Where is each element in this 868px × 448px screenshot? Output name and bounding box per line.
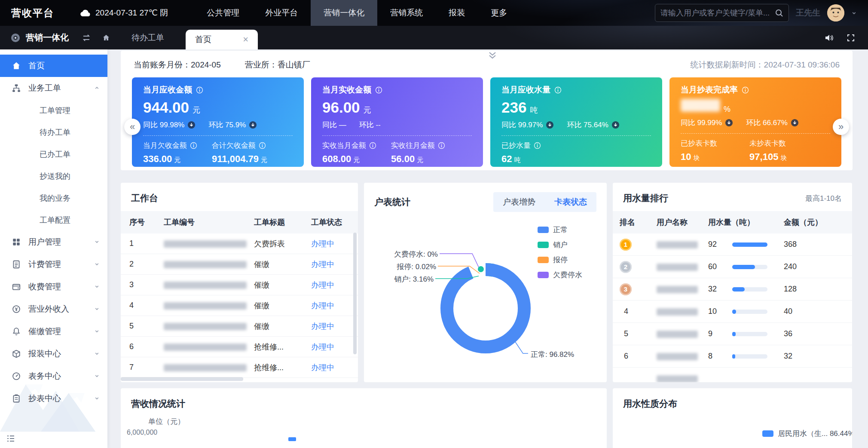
footer-metric: 实收当月金额608.00元: [322, 141, 391, 165]
topnav-item[interactable]: 公共管理: [194, 0, 252, 26]
ranking-row-partial: [613, 368, 852, 382]
sidebar-item[interactable]: 收费管理: [0, 276, 107, 298]
ranking-row[interactable]: 260240: [613, 256, 852, 278]
footer-metric-value: 608.00元: [322, 153, 391, 165]
sidebar-item[interactable]: 抄表中心: [0, 387, 107, 410]
sidebar-item[interactable]: 业务工单: [0, 77, 107, 99]
ranking-row[interactable]: 332128: [613, 278, 852, 301]
meter-tab[interactable]: 户表增势: [493, 192, 545, 212]
sidebar-subitem[interactable]: 已办工单: [0, 143, 107, 165]
legend-item[interactable]: 欠费停水: [538, 267, 582, 282]
water-nature-title: 用水性质分布: [623, 398, 677, 410]
table-row[interactable]: 2催缴办理中: [121, 254, 358, 275]
status-link[interactable]: 办理中: [311, 281, 334, 289]
menu-collapse-icon[interactable]: [6, 434, 15, 443]
legend-item[interactable]: 销户: [538, 237, 582, 252]
ranking-title: 用水量排行: [623, 192, 668, 204]
sidebar-item[interactable]: 首页: [0, 55, 107, 77]
footer-metric: 未抄表卡数97,105块: [749, 138, 818, 163]
table-row[interactable]: 7抢维修...办理中: [121, 357, 358, 378]
close-icon[interactable]: ×: [243, 35, 248, 44]
sound-icon[interactable]: [824, 34, 834, 42]
ranking-panel: 用水量排行 最高1-10名 排名用户名称用水量（吨）金额（元） 19236826…: [613, 183, 852, 382]
sidebar-item[interactable]: 计费管理: [0, 253, 107, 276]
table-row[interactable]: 5催缴办理中: [121, 316, 358, 337]
meter-tab[interactable]: 卡表状态: [545, 192, 596, 212]
row-seq: 5: [129, 322, 164, 331]
tab-item[interactable]: 待办工单: [119, 26, 176, 49]
app-title: 营销一体化: [26, 32, 69, 43]
fullscreen-icon[interactable]: [847, 34, 855, 42]
ranking-row[interactable]: 6832: [613, 345, 852, 368]
tabbar-actions: [824, 34, 868, 42]
stat-card-footer: 已抄水量62吨: [501, 141, 651, 165]
table-row[interactable]: 4催缴办理中: [121, 295, 358, 316]
tab-active[interactable]: 首页×: [186, 30, 258, 49]
ranking-row[interactable]: 41040: [613, 301, 852, 323]
search-icon[interactable]: [775, 9, 783, 17]
status-link[interactable]: 办理中: [311, 343, 334, 351]
status-link[interactable]: 办理中: [311, 260, 334, 269]
user-name-redacted: [657, 329, 708, 338]
status-link[interactable]: 办理中: [311, 322, 334, 331]
status-link[interactable]: 办理中: [311, 239, 334, 248]
legend-item[interactable]: 报停: [538, 252, 582, 267]
rank-cell: 5: [620, 329, 657, 338]
topnav-item[interactable]: 更多: [478, 0, 520, 26]
stat-card-title: 当月应收金额: [143, 84, 192, 95]
collapse-summary-button[interactable]: [483, 51, 502, 60]
sidebar-item[interactable]: 报装中心: [0, 343, 107, 365]
sidebar: 首页业务工单工单管理待办工单已办工单抄送我的我的业务工单配置用户管理计费管理收费…: [0, 49, 107, 448]
refresh-time: 统计数据刷新时间：2024-07-31 09:36:06: [691, 59, 840, 71]
medal-icon: 2: [620, 261, 632, 273]
chevron-down-icon[interactable]: [851, 10, 857, 16]
sidebar-item[interactable]: 用户管理: [0, 231, 107, 253]
stat-card-title: 当月抄表完成率: [681, 84, 738, 95]
global-search[interactable]: [655, 4, 789, 22]
avatar[interactable]: [827, 4, 844, 21]
sidebar-item[interactable]: 表务中心: [0, 365, 107, 387]
sidebar-item[interactable]: 营业外收入: [0, 298, 107, 320]
table-row[interactable]: 3催缴办理中: [121, 275, 358, 295]
trend-down-icon: [546, 121, 554, 129]
home-icon[interactable]: [96, 34, 116, 42]
sidebar-subitem[interactable]: 我的业务: [0, 187, 107, 209]
legend-item[interactable]: 正常: [538, 222, 582, 237]
sidebar-subitem[interactable]: 待办工单: [0, 121, 107, 143]
stat-card-title-row: 当月实收金额: [322, 84, 472, 95]
sidebar-subitem[interactable]: 工单管理: [0, 99, 107, 121]
info-icon: [190, 142, 197, 149]
legend-label: 正常: [553, 225, 568, 235]
footer-metric-value: 97,105块: [749, 151, 818, 163]
nature-legend-item[interactable]: 居民用水（生... 86.44%: [762, 429, 852, 439]
ranking-row[interactable]: 192368: [613, 233, 852, 256]
legend-swatch: [762, 430, 773, 437]
scrollbar-horizontal[interactable]: [121, 377, 243, 381]
scrollbar-vertical[interactable]: [353, 233, 357, 354]
ranking-row[interactable]: 5936: [613, 323, 852, 345]
search-input[interactable]: [660, 9, 775, 18]
swap-icon[interactable]: [76, 34, 96, 42]
carousel-next-button[interactable]: »: [833, 119, 849, 135]
topnav-item[interactable]: 外业平台: [252, 0, 311, 26]
table-row[interactable]: 6抢维修...办理中: [121, 337, 358, 357]
sidebar-subitem[interactable]: 抄送我的: [0, 165, 107, 187]
sidebar-item-label: 催缴管理: [28, 326, 61, 337]
sidebar-item[interactable]: 催缴管理: [0, 320, 107, 343]
order-title: 催缴: [254, 280, 311, 290]
usage-value: 10: [708, 307, 732, 316]
usage-bar: [732, 287, 767, 292]
order-no-redacted: [164, 260, 254, 269]
order-title: 欠费拆表: [254, 239, 311, 249]
info-icon: [375, 86, 382, 94]
column-header: 用水量（吨）: [708, 217, 784, 227]
table-row[interactable]: 1欠费拆表办理中: [121, 233, 358, 254]
sidebar-subitem[interactable]: 工单配置: [0, 209, 107, 231]
topnav-item[interactable]: 营销一体化: [311, 0, 377, 26]
axis-unit-label: 单位（元）: [148, 417, 185, 427]
status-link[interactable]: 办理中: [311, 301, 334, 310]
topnav-item[interactable]: 报装: [436, 0, 478, 26]
carousel-prev-button[interactable]: «: [124, 119, 141, 135]
status-link[interactable]: 办理中: [311, 363, 334, 372]
topnav-item[interactable]: 营销系统: [377, 0, 436, 26]
